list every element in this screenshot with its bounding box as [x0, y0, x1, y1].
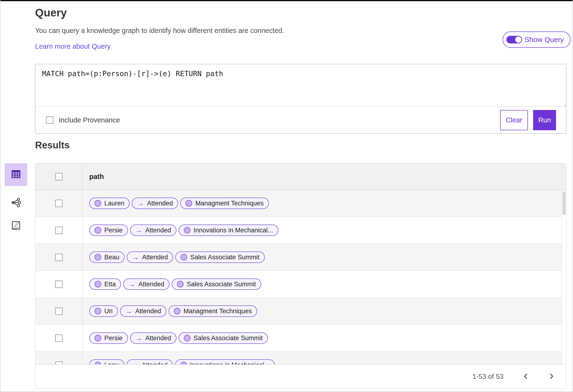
entity-label: Managment Techniques	[184, 307, 252, 315]
node-icon	[94, 335, 101, 341]
arrow-right-icon: →	[132, 254, 139, 261]
results-table-footer: 1-53 of 53	[35, 364, 566, 389]
next-page-button[interactable]	[548, 373, 555, 381]
row-checkbox[interactable]	[55, 335, 63, 342]
table-view-icon	[11, 169, 21, 180]
arrow-right-icon: →	[125, 308, 132, 315]
entity-pill-target[interactable]: Innovations in Mechanical...	[179, 224, 278, 236]
entity-pill-source[interactable]: Beau	[89, 252, 125, 263]
row-checkbox[interactable]	[55, 361, 63, 365]
toggle-knob	[515, 36, 521, 43]
row-checkbox[interactable]	[55, 281, 63, 288]
table-row: Beau → Attended Sales Associate Summit	[35, 244, 562, 271]
entity-label: Innovations in Mechanical...	[190, 361, 269, 365]
scrollbar-thumb[interactable]	[562, 191, 566, 215]
chevron-right-icon	[548, 373, 555, 381]
entity-pill-target[interactable]: Managment Techniques	[169, 305, 257, 317]
results-table: path Lauren → Attended Managment Techniq…	[35, 163, 566, 389]
toggle-switch[interactable]	[506, 36, 522, 43]
arrow-right-icon: →	[135, 227, 142, 234]
row-checkbox[interactable]	[55, 227, 63, 234]
row-path-cell: Larry → Attended Innovations in Mechanic…	[83, 352, 562, 364]
run-button[interactable]: Run	[533, 110, 556, 130]
relation-label: Attended	[139, 281, 164, 288]
entity-pill-target[interactable]: Sales Associate Summit	[175, 252, 265, 263]
entity-label: Uri	[104, 307, 113, 315]
entity-pill-source[interactable]: Persie	[89, 332, 128, 344]
relation-label: Attended	[147, 200, 173, 207]
relation-pill[interactable]: → Attended	[130, 224, 177, 236]
row-checkbox-cell	[35, 271, 83, 298]
entity-label: Innovations in Mechanical...	[194, 227, 273, 234]
row-path-cell: Persie → Attended Sales Associate Summit	[83, 325, 562, 351]
table-view-button[interactable]	[5, 163, 27, 186]
chevron-left-icon	[522, 373, 529, 381]
row-path-cell: Persie → Attended Innovations in Mechani…	[83, 217, 562, 244]
entity-label: Sales Associate Summit	[187, 281, 256, 288]
results-view-switcher	[5, 163, 27, 232]
entity-pill-source[interactable]: Lauren	[89, 198, 130, 209]
entity-pill-source[interactable]: Uri	[89, 305, 118, 317]
relation-pill[interactable]: → Attended	[123, 278, 170, 290]
table-row: Persie → Attended Sales Associate Summit	[35, 325, 562, 352]
entity-label: Lauren	[104, 200, 125, 207]
relation-pill[interactable]: → Attended	[120, 305, 166, 317]
entity-pill-source[interactable]: Etta	[89, 278, 121, 290]
entity-pill-target[interactable]: Managment Techniques	[180, 198, 269, 209]
graph-view-button[interactable]	[5, 197, 27, 209]
window-top-border	[0, 0, 573, 1]
include-provenance-checkbox[interactable]	[46, 117, 54, 124]
relation-label: Attended	[145, 335, 171, 342]
entity-pill-target[interactable]: Sales Associate Summit	[172, 278, 261, 290]
entity-label: Etta	[104, 281, 116, 288]
row-checkbox[interactable]	[55, 254, 63, 261]
page-title: Query	[35, 6, 67, 19]
node-icon	[185, 200, 192, 207]
relation-pill[interactable]: → Attended	[126, 359, 173, 364]
entity-pill-source[interactable]: Larry	[89, 359, 125, 364]
table-row: Persie → Attended Innovations in Mechani…	[35, 217, 562, 244]
entity-label: Sales Associate Summit	[190, 254, 260, 261]
path-column-header: path	[89, 173, 104, 181]
table-row: Etta → Attended Sales Associate Summit	[35, 271, 562, 298]
previous-page-button[interactable]	[522, 373, 529, 381]
clear-button[interactable]: Clear	[500, 110, 528, 130]
node-icon	[94, 254, 101, 260]
results-table-header: path	[35, 163, 566, 190]
vertical-scrollbar	[562, 190, 566, 364]
table-rows: Lauren → Attended Managment Techniques P…	[35, 190, 562, 364]
row-checkbox[interactable]	[55, 307, 63, 315]
table-row: Uri → Attended Managment Techniques	[35, 298, 562, 325]
row-path-cell: Etta → Attended Sales Associate Summit	[83, 271, 562, 298]
arrow-right-icon: →	[128, 281, 135, 288]
entity-label: Beau	[104, 254, 119, 261]
node-icon	[180, 362, 187, 364]
node-icon	[94, 281, 101, 288]
chart-view-button[interactable]	[5, 220, 27, 232]
entity-pill-target[interactable]: Innovations in Mechanical...	[175, 359, 275, 364]
row-checkbox-cell	[35, 325, 83, 351]
relation-label: Attended	[145, 227, 171, 234]
row-checkbox[interactable]	[55, 200, 63, 207]
node-icon	[94, 227, 101, 234]
query-page: Query You can query a knowledge graph to…	[0, 0, 573, 392]
query-input[interactable]: MATCH path=(p:Person)-[r]->(e) RETURN pa…	[35, 64, 566, 106]
row-checkbox-cell	[35, 217, 83, 244]
relation-label: Attended	[142, 254, 168, 261]
learn-more-link[interactable]: Learn more about Query	[35, 42, 110, 50]
node-icon	[174, 308, 180, 314]
chart-view-icon	[11, 220, 21, 232]
entity-pill-target[interactable]: Sales Associate Summit	[179, 332, 268, 344]
show-query-toggle[interactable]: Show Query	[502, 32, 571, 48]
relation-pill[interactable]: → Attended	[130, 332, 177, 344]
relation-pill[interactable]: → Attended	[132, 198, 178, 209]
node-icon	[184, 227, 191, 234]
node-icon	[180, 254, 187, 260]
pagination-range: 1-53 of 53	[472, 373, 503, 381]
row-path-cell: Beau → Attended Sales Associate Summit	[83, 244, 562, 271]
select-all-checkbox[interactable]	[55, 173, 63, 180]
entity-pill-source[interactable]: Persie	[89, 224, 128, 236]
relation-pill[interactable]: → Attended	[127, 252, 173, 263]
node-icon	[177, 281, 184, 288]
results-title: Results	[35, 140, 70, 151]
